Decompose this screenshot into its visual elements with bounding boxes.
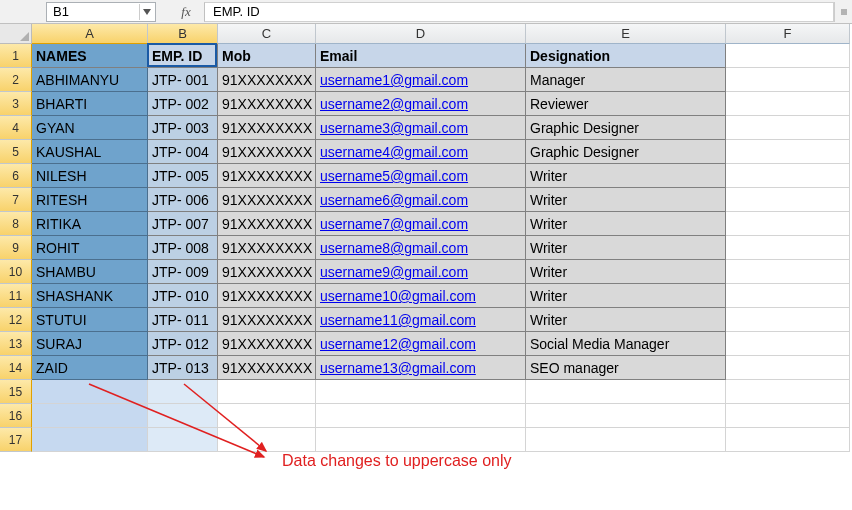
cell-email-link[interactable]: username10@gmail.com <box>316 284 526 308</box>
cell[interactable]: 91XXXXXXXX <box>218 212 316 236</box>
cell[interactable]: Mob <box>218 44 316 68</box>
cell[interactable]: Graphic Designer <box>526 116 726 140</box>
cell[interactable]: JTP- 011 <box>148 308 218 332</box>
formula-bar-expand-icon[interactable] <box>834 2 852 22</box>
cell[interactable] <box>316 380 526 404</box>
cell[interactable] <box>726 212 850 236</box>
row-header[interactable]: 17 <box>0 428 32 452</box>
cell[interactable] <box>526 404 726 428</box>
row-header[interactable]: 6 <box>0 164 32 188</box>
cell[interactable]: Writer <box>526 236 726 260</box>
row-header[interactable]: 7 <box>0 188 32 212</box>
row-header[interactable]: 1 <box>0 44 32 68</box>
cell-email-link[interactable]: username13@gmail.com <box>316 356 526 380</box>
row-header[interactable]: 10 <box>0 260 32 284</box>
formula-input[interactable]: EMP. ID <box>204 2 834 22</box>
cell[interactable]: Writer <box>526 212 726 236</box>
cell[interactable]: 91XXXXXXXX <box>218 164 316 188</box>
name-box-dropdown-icon[interactable] <box>139 4 153 20</box>
cell[interactable]: 91XXXXXXXX <box>218 140 316 164</box>
cell[interactable] <box>726 260 850 284</box>
cell[interactable]: KAUSHAL <box>32 140 148 164</box>
cell[interactable]: JTP- 005 <box>148 164 218 188</box>
column-header-B[interactable]: B <box>148 24 218 44</box>
cell[interactable]: Email <box>316 44 526 68</box>
cell[interactable]: GYAN <box>32 116 148 140</box>
select-all-corner[interactable] <box>0 24 32 44</box>
cell[interactable]: 91XXXXXXXX <box>218 236 316 260</box>
cell-email-link[interactable]: username6@gmail.com <box>316 188 526 212</box>
cell[interactable]: Writer <box>526 164 726 188</box>
cell[interactable] <box>726 68 850 92</box>
cell[interactable] <box>726 164 850 188</box>
cell[interactable]: JTP- 007 <box>148 212 218 236</box>
cell[interactable]: ABHIMANYU <box>32 68 148 92</box>
row-header[interactable]: 8 <box>0 212 32 236</box>
cell[interactable] <box>148 380 218 404</box>
cell[interactable]: SHAMBU <box>32 260 148 284</box>
cell-email-link[interactable]: username4@gmail.com <box>316 140 526 164</box>
cell[interactable] <box>32 428 148 452</box>
cell[interactable] <box>726 140 850 164</box>
cell[interactable]: Writer <box>526 284 726 308</box>
row-header[interactable]: 16 <box>0 404 32 428</box>
cell[interactable]: Writer <box>526 260 726 284</box>
cell[interactable]: Reviewer <box>526 92 726 116</box>
cell[interactable]: 91XXXXXXXX <box>218 260 316 284</box>
cell[interactable] <box>316 428 526 452</box>
cell[interactable]: Designation <box>526 44 726 68</box>
cell[interactable]: 91XXXXXXXX <box>218 188 316 212</box>
cell[interactable]: 91XXXXXXXX <box>218 332 316 356</box>
cell[interactable] <box>726 380 850 404</box>
fx-button[interactable]: fx <box>174 2 198 22</box>
cell[interactable] <box>32 380 148 404</box>
cell-email-link[interactable]: username5@gmail.com <box>316 164 526 188</box>
cell[interactable]: JTP- 009 <box>148 260 218 284</box>
row-header[interactable]: 15 <box>0 380 32 404</box>
column-header-F[interactable]: F <box>726 24 850 44</box>
cell[interactable]: RITIKA <box>32 212 148 236</box>
cell[interactable] <box>726 332 850 356</box>
cell[interactable]: BHARTI <box>32 92 148 116</box>
cell[interactable]: Social Media Manager <box>526 332 726 356</box>
cell[interactable]: JTP- 013 <box>148 356 218 380</box>
cell[interactable]: STUTUI <box>32 308 148 332</box>
cell[interactable] <box>148 404 218 428</box>
cell-email-link[interactable]: username11@gmail.com <box>316 308 526 332</box>
cell[interactable] <box>526 428 726 452</box>
row-header[interactable]: 3 <box>0 92 32 116</box>
row-header[interactable]: 2 <box>0 68 32 92</box>
cell-email-link[interactable]: username8@gmail.com <box>316 236 526 260</box>
cell[interactable]: ROHIT <box>32 236 148 260</box>
cell[interactable]: 91XXXXXXXX <box>218 92 316 116</box>
cell[interactable]: 91XXXXXXXX <box>218 116 316 140</box>
cell[interactable]: 91XXXXXXXX <box>218 308 316 332</box>
cell[interactable] <box>726 188 850 212</box>
cell-email-link[interactable]: username1@gmail.com <box>316 68 526 92</box>
cell[interactable] <box>316 404 526 428</box>
cell[interactable] <box>726 404 850 428</box>
column-header-D[interactable]: D <box>316 24 526 44</box>
cell[interactable]: NAMES <box>32 44 148 68</box>
cell[interactable] <box>726 356 850 380</box>
cell[interactable]: RITESH <box>32 188 148 212</box>
cell[interactable]: SHASHANK <box>32 284 148 308</box>
cell[interactable] <box>32 404 148 428</box>
column-header-C[interactable]: C <box>218 24 316 44</box>
cell[interactable]: JTP- 002 <box>148 92 218 116</box>
cell[interactable] <box>148 428 218 452</box>
row-header[interactable]: 13 <box>0 332 32 356</box>
cell[interactable] <box>726 116 850 140</box>
cell-email-link[interactable]: username3@gmail.com <box>316 116 526 140</box>
column-header-A[interactable]: A <box>32 24 148 44</box>
cell[interactable] <box>726 428 850 452</box>
cell[interactable] <box>726 236 850 260</box>
cell[interactable]: JTP- 003 <box>148 116 218 140</box>
cell[interactable]: 91XXXXXXXX <box>218 284 316 308</box>
cell[interactable]: Manager <box>526 68 726 92</box>
cell[interactable] <box>726 44 850 68</box>
row-header[interactable]: 5 <box>0 140 32 164</box>
cell[interactable]: Writer <box>526 308 726 332</box>
cell[interactable]: JTP- 006 <box>148 188 218 212</box>
cell[interactable] <box>726 92 850 116</box>
